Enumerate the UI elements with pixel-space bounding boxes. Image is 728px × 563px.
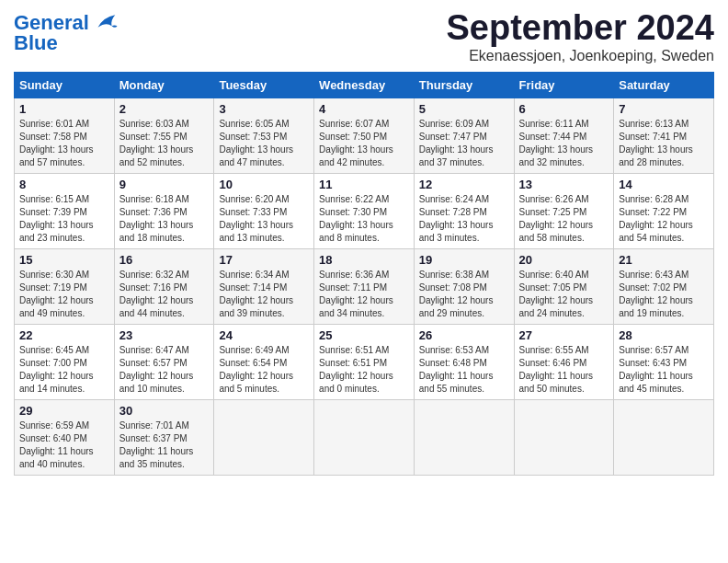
logo-text: General Blue <box>14 13 89 53</box>
day-number: 23 <box>119 328 210 342</box>
day-info: Sunrise: 6:28 AM Sunset: 7:22 PM Dayligh… <box>619 193 709 245</box>
day-info: Sunrise: 6:15 AM Sunset: 7:39 PM Dayligh… <box>19 193 109 245</box>
day-number: 10 <box>219 178 309 191</box>
calendar-cell: 15Sunrise: 6:30 AM Sunset: 7:19 PM Dayli… <box>15 248 115 324</box>
day-number: 22 <box>19 328 109 342</box>
day-number: 4 <box>319 102 409 116</box>
day-info: Sunrise: 6:43 AM Sunset: 7:02 PM Dayligh… <box>619 269 709 320</box>
day-info: Sunrise: 6:26 AM Sunset: 7:25 PM Dayligh… <box>519 193 609 245</box>
day-info: Sunrise: 6:59 AM Sunset: 6:40 PM Dayligh… <box>19 419 109 471</box>
calendar-cell: 23Sunrise: 6:47 AM Sunset: 6:57 PM Dayli… <box>114 324 214 399</box>
day-info: Sunrise: 6:03 AM Sunset: 7:55 PM Dayligh… <box>119 118 210 169</box>
calendar-cell <box>314 399 415 475</box>
day-info: Sunrise: 7:01 AM Sunset: 6:37 PM Dayligh… <box>119 419 210 471</box>
week-row: 29Sunrise: 6:59 AM Sunset: 6:40 PM Dayli… <box>15 399 714 475</box>
calendar-cell <box>514 399 614 475</box>
day-number: 29 <box>19 404 109 418</box>
calendar-cell: 6Sunrise: 6:11 AM Sunset: 7:44 PM Daylig… <box>514 98 614 173</box>
calendar-cell: 28Sunrise: 6:57 AM Sunset: 6:43 PM Dayli… <box>614 324 714 399</box>
day-header-sunday: Sunday <box>15 72 115 98</box>
calendar-cell: 11Sunrise: 6:22 AM Sunset: 7:30 PM Dayli… <box>314 173 415 248</box>
calendar-cell: 18Sunrise: 6:36 AM Sunset: 7:11 PM Dayli… <box>314 248 415 324</box>
calendar-cell: 10Sunrise: 6:20 AM Sunset: 7:33 PM Dayli… <box>214 173 314 248</box>
day-info: Sunrise: 6:47 AM Sunset: 6:57 PM Dayligh… <box>119 344 210 396</box>
day-number: 8 <box>19 178 109 191</box>
day-info: Sunrise: 6:20 AM Sunset: 7:33 PM Dayligh… <box>219 193 309 245</box>
calendar-cell: 30Sunrise: 7:01 AM Sunset: 6:37 PM Dayli… <box>114 399 214 475</box>
calendar-table: SundayMondayTuesdayWednesdayThursdayFrid… <box>14 72 714 476</box>
day-number: 13 <box>519 178 609 191</box>
calendar-cell <box>614 399 714 475</box>
header-row: SundayMondayTuesdayWednesdayThursdayFrid… <box>15 72 714 98</box>
logo-bird-icon <box>91 10 119 38</box>
calendar-cell: 5Sunrise: 6:09 AM Sunset: 7:47 PM Daylig… <box>414 98 514 173</box>
calendar-cell: 4Sunrise: 6:07 AM Sunset: 7:50 PM Daylig… <box>314 98 415 173</box>
day-info: Sunrise: 6:09 AM Sunset: 7:47 PM Dayligh… <box>419 118 509 169</box>
day-number: 6 <box>519 102 609 116</box>
day-header-tuesday: Tuesday <box>214 72 314 98</box>
day-number: 14 <box>619 178 709 191</box>
day-number: 24 <box>219 328 309 342</box>
day-number: 18 <box>319 253 409 267</box>
week-row: 22Sunrise: 6:45 AM Sunset: 7:00 PM Dayli… <box>15 324 714 399</box>
calendar-cell: 12Sunrise: 6:24 AM Sunset: 7:28 PM Dayli… <box>414 173 514 248</box>
calendar-cell: 13Sunrise: 6:26 AM Sunset: 7:25 PM Dayli… <box>514 173 614 248</box>
day-header-thursday: Thursday <box>414 72 514 98</box>
day-number: 27 <box>519 328 609 342</box>
calendar-cell: 16Sunrise: 6:32 AM Sunset: 7:16 PM Dayli… <box>114 248 214 324</box>
day-header-saturday: Saturday <box>614 72 714 98</box>
day-number: 20 <box>519 253 609 267</box>
calendar-cell <box>214 399 314 475</box>
day-number: 12 <box>419 178 509 191</box>
day-number: 7 <box>619 102 709 116</box>
calendar-cell: 2Sunrise: 6:03 AM Sunset: 7:55 PM Daylig… <box>114 98 214 173</box>
calendar-cell: 9Sunrise: 6:18 AM Sunset: 7:36 PM Daylig… <box>114 173 214 248</box>
day-number: 2 <box>119 102 210 116</box>
calendar-cell: 19Sunrise: 6:38 AM Sunset: 7:08 PM Dayli… <box>414 248 514 324</box>
day-info: Sunrise: 6:24 AM Sunset: 7:28 PM Dayligh… <box>419 193 509 245</box>
day-number: 21 <box>619 253 709 267</box>
day-number: 15 <box>19 253 109 267</box>
location-title: Ekenaessjoen, Joenkoeping, Sweden <box>447 48 715 64</box>
calendar-cell: 3Sunrise: 6:05 AM Sunset: 7:53 PM Daylig… <box>214 98 314 173</box>
day-info: Sunrise: 6:01 AM Sunset: 7:58 PM Dayligh… <box>19 118 109 169</box>
calendar-cell: 1Sunrise: 6:01 AM Sunset: 7:58 PM Daylig… <box>15 98 115 173</box>
day-number: 1 <box>19 102 109 116</box>
day-header-monday: Monday <box>114 72 214 98</box>
day-number: 19 <box>419 253 509 267</box>
day-info: Sunrise: 6:51 AM Sunset: 6:51 PM Dayligh… <box>319 344 409 396</box>
day-info: Sunrise: 6:53 AM Sunset: 6:48 PM Dayligh… <box>419 344 509 396</box>
calendar-cell: 24Sunrise: 6:49 AM Sunset: 6:54 PM Dayli… <box>214 324 314 399</box>
day-info: Sunrise: 6:18 AM Sunset: 7:36 PM Dayligh… <box>119 193 210 245</box>
day-info: Sunrise: 6:38 AM Sunset: 7:08 PM Dayligh… <box>419 269 509 320</box>
calendar-cell: 7Sunrise: 6:13 AM Sunset: 7:41 PM Daylig… <box>614 98 714 173</box>
title-area: September 2024 Ekenaessjoen, Joenkoeping… <box>447 9 715 64</box>
day-info: Sunrise: 6:11 AM Sunset: 7:44 PM Dayligh… <box>519 118 609 169</box>
calendar-cell: 26Sunrise: 6:53 AM Sunset: 6:48 PM Dayli… <box>414 324 514 399</box>
day-info: Sunrise: 6:30 AM Sunset: 7:19 PM Dayligh… <box>19 269 109 320</box>
calendar-cell: 8Sunrise: 6:15 AM Sunset: 7:39 PM Daylig… <box>15 173 115 248</box>
day-header-wednesday: Wednesday <box>314 72 415 98</box>
day-number: 3 <box>219 102 309 116</box>
week-row: 15Sunrise: 6:30 AM Sunset: 7:19 PM Dayli… <box>15 248 714 324</box>
calendar-cell: 14Sunrise: 6:28 AM Sunset: 7:22 PM Dayli… <box>614 173 714 248</box>
week-row: 1Sunrise: 6:01 AM Sunset: 7:58 PM Daylig… <box>15 98 714 173</box>
logo: General Blue <box>14 13 119 53</box>
day-info: Sunrise: 6:05 AM Sunset: 7:53 PM Dayligh… <box>219 118 309 169</box>
day-info: Sunrise: 6:32 AM Sunset: 7:16 PM Dayligh… <box>119 269 210 320</box>
calendar-cell <box>414 399 514 475</box>
day-number: 16 <box>119 253 210 267</box>
calendar-cell: 21Sunrise: 6:43 AM Sunset: 7:02 PM Dayli… <box>614 248 714 324</box>
day-number: 17 <box>219 253 309 267</box>
week-row: 8Sunrise: 6:15 AM Sunset: 7:39 PM Daylig… <box>15 173 714 248</box>
day-info: Sunrise: 6:34 AM Sunset: 7:14 PM Dayligh… <box>219 269 309 320</box>
header: General Blue September 2024 Ekenaessjoen… <box>14 9 714 64</box>
day-number: 26 <box>419 328 509 342</box>
day-number: 5 <box>419 102 509 116</box>
month-title: September 2024 <box>447 9 715 48</box>
day-info: Sunrise: 6:45 AM Sunset: 7:00 PM Dayligh… <box>19 344 109 396</box>
day-header-friday: Friday <box>514 72 614 98</box>
day-number: 28 <box>619 328 709 342</box>
calendar-cell: 29Sunrise: 6:59 AM Sunset: 6:40 PM Dayli… <box>15 399 115 475</box>
day-info: Sunrise: 6:13 AM Sunset: 7:41 PM Dayligh… <box>619 118 709 169</box>
